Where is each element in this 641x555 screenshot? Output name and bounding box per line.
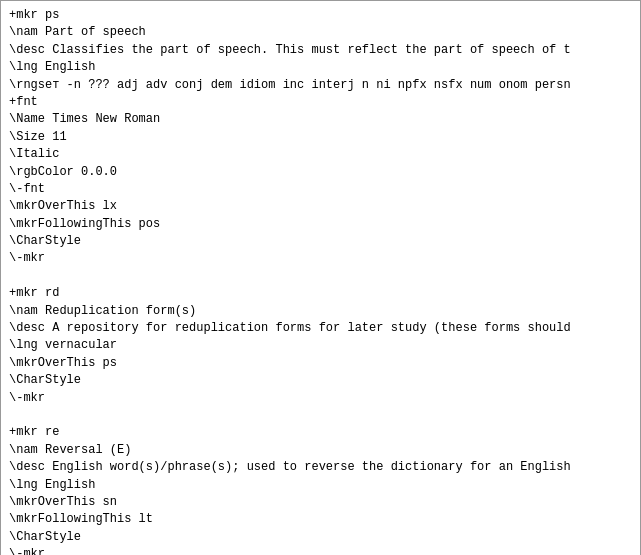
code-content: +mkr ps \nam Part of speech \desc Classi…	[9, 7, 632, 555]
main-container: +mkr ps \nam Part of speech \desc Classi…	[0, 0, 641, 555]
